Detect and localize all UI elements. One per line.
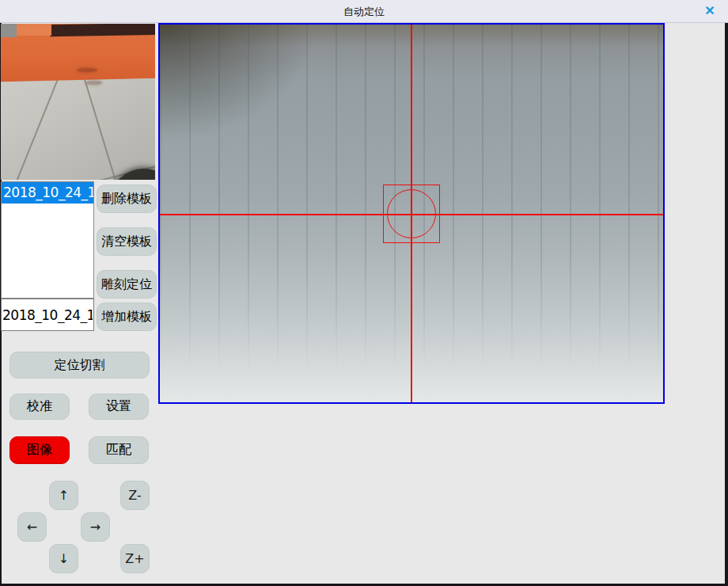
preview-smudge bbox=[86, 81, 102, 85]
camera-view[interactable] bbox=[158, 23, 665, 404]
preview-dark-strip bbox=[50, 24, 155, 36]
preview-gray-block bbox=[1, 24, 17, 37]
add-template-button[interactable]: 增加模板 bbox=[97, 303, 157, 331]
preview-dark-blob bbox=[110, 169, 155, 180]
preview-smudge bbox=[77, 68, 97, 72]
title-bar: 自动定位 ✕ bbox=[0, 0, 728, 23]
template-name-input[interactable] bbox=[1, 299, 94, 331]
jog-up-button[interactable]: ↑ bbox=[49, 481, 78, 510]
delete-template-button[interactable]: 删除模板 bbox=[97, 185, 157, 213]
jog-right-button[interactable]: → bbox=[81, 512, 110, 542]
position-cut-button[interactable]: 定位切割 bbox=[9, 352, 150, 379]
auto-position-window: 自动定位 ✕ 2018_10_24_11 删除模板 清空模板 雕刻定位 增加模板… bbox=[0, 0, 728, 586]
preview-tile-line bbox=[82, 74, 117, 180]
window-title: 自动定位 bbox=[0, 5, 728, 19]
jog-left-button[interactable]: ← bbox=[17, 512, 47, 542]
template-list[interactable]: 2018_10_24_11 bbox=[1, 181, 94, 299]
match-button[interactable]: 匹配 bbox=[89, 436, 149, 464]
engrave-position-button[interactable]: 雕刻定位 bbox=[97, 270, 157, 299]
close-icon[interactable]: ✕ bbox=[700, 2, 720, 20]
template-list-item[interactable]: 2018_10_24_11 bbox=[2, 182, 93, 204]
image-button[interactable]: 图像 bbox=[9, 436, 70, 464]
preview-light-orange-block bbox=[17, 24, 51, 36]
calibrate-button[interactable]: 校准 bbox=[9, 394, 70, 420]
preview-tile-line bbox=[15, 74, 60, 180]
settings-button[interactable]: 设置 bbox=[89, 394, 149, 420]
template-preview-image bbox=[1, 24, 155, 180]
z-minus-button[interactable]: Z- bbox=[120, 481, 150, 510]
z-plus-button[interactable]: Z+ bbox=[120, 544, 150, 573]
match-region-circle bbox=[387, 189, 436, 238]
jog-down-button[interactable]: ↓ bbox=[49, 544, 78, 573]
clear-templates-button[interactable]: 清空模板 bbox=[97, 227, 157, 256]
